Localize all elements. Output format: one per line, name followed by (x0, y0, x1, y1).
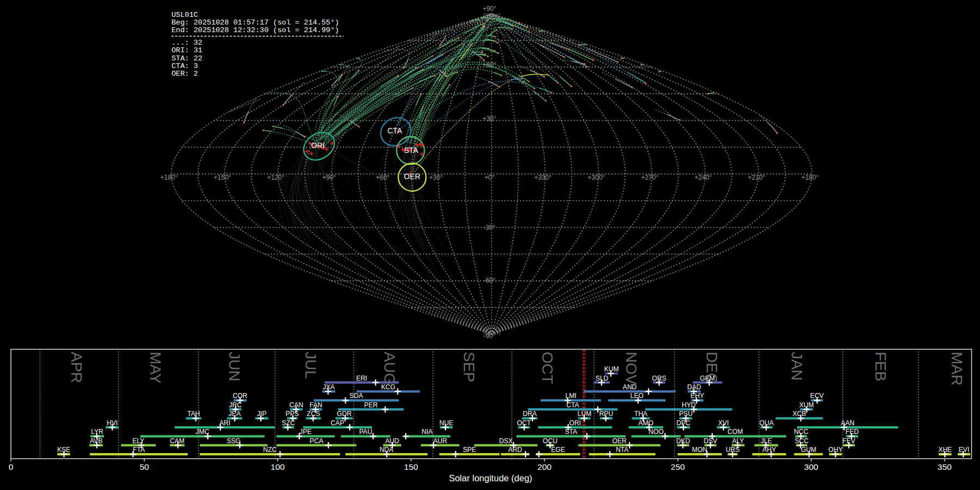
svg-text:DPC: DPC (677, 419, 691, 427)
svg-text:200: 200 (537, 462, 552, 471)
svg-text:NTA: NTA (616, 446, 629, 454)
svg-text:JMC: JMC (195, 428, 209, 436)
svg-text:OER: 2: OER: 2 (171, 70, 198, 78)
svg-text:150: 150 (404, 462, 418, 471)
svg-text:0: 0 (9, 462, 14, 471)
svg-text:COR: COR (232, 392, 247, 400)
svg-text:ORI: 31: ORI: 31 (171, 46, 203, 54)
svg-text:LUM: LUM (578, 410, 592, 418)
svg-text:LEO: LEO (630, 392, 644, 400)
svg-text:DSX: DSX (499, 437, 513, 445)
svg-text:URS: URS (726, 446, 740, 454)
svg-text:PER: PER (364, 401, 378, 409)
svg-text:OCT: OCT (517, 419, 531, 427)
svg-text:AUD: AUD (385, 437, 399, 445)
svg-text:GUM: GUM (801, 446, 816, 454)
svg-text:+180°: +180° (801, 174, 819, 181)
svg-text:PAU: PAU (359, 428, 372, 436)
svg-text:MAR: MAR (948, 352, 965, 385)
svg-text:RPU: RPU (599, 410, 614, 418)
svg-text:SCC: SCC (795, 437, 809, 445)
svg-text:JUL: JUL (302, 352, 319, 379)
svg-text:300: 300 (804, 462, 818, 471)
svg-text:+240°: +240° (694, 174, 712, 181)
svg-text:DAD: DAD (687, 383, 701, 391)
svg-text:SSG: SSG (226, 437, 241, 445)
svg-text:KCG: KCG (381, 383, 395, 391)
svg-text:DSV: DSV (704, 437, 718, 445)
svg-text:CTA: CTA (566, 401, 579, 409)
svg-text:OER: OER (404, 172, 420, 181)
svg-text:NZC: NZC (263, 446, 277, 454)
svg-text:ALY: ALY (732, 437, 744, 445)
svg-text:EHY: EHY (690, 392, 704, 400)
svg-text:NUE: NUE (439, 419, 454, 427)
svg-text:ORI: ORI (569, 419, 581, 427)
svg-text:100: 100 (271, 462, 285, 471)
svg-text:MON: MON (692, 446, 707, 454)
svg-text:-60°: -60° (483, 277, 495, 284)
svg-text:250: 250 (671, 462, 685, 471)
svg-text:ARD: ARD (509, 446, 523, 454)
svg-text:NCC: NCC (794, 428, 808, 436)
svg-text:+90°: +90° (322, 174, 336, 181)
svg-text:AUR: AUR (433, 437, 448, 445)
svg-text:JXA: JXA (323, 383, 335, 391)
svg-text:CTA: CTA (388, 126, 403, 135)
svg-text:AND: AND (623, 383, 637, 391)
svg-text:-90°: -90° (483, 332, 495, 340)
svg-text:NOV: NOV (623, 352, 640, 385)
svg-text:LYR: LYR (91, 428, 103, 436)
svg-text:STA: STA (404, 146, 419, 155)
svg-text:ORS: ORS (652, 375, 666, 382)
svg-text:+180°: +180° (160, 174, 177, 181)
svg-text:FED: FED (846, 428, 859, 436)
svg-text:AUG: AUG (381, 352, 398, 385)
svg-text:MAY: MAY (147, 352, 164, 384)
svg-text:EVI: EVI (959, 446, 970, 454)
svg-text:DKD: DKD (676, 437, 690, 445)
svg-text:JRC: JRC (229, 401, 242, 409)
svg-text:+300°: +300° (587, 174, 605, 181)
svg-text:FTA: FTA (133, 446, 145, 454)
svg-text:SDA: SDA (350, 392, 364, 400)
svg-text:GDR: GDR (337, 410, 352, 418)
svg-text:+120°: +120° (267, 174, 285, 181)
svg-text:THA: THA (634, 410, 648, 418)
svg-text:CAP: CAP (330, 419, 344, 427)
svg-text:SPE: SPE (463, 446, 476, 454)
svg-text:+330°: +330° (534, 174, 552, 181)
svg-text:DRA: DRA (523, 410, 537, 418)
svg-text:SLD: SLD (596, 375, 609, 382)
svg-text:XVI: XVI (718, 419, 729, 427)
svg-text:CAN: CAN (290, 401, 304, 409)
svg-text:OHY: OHY (828, 446, 842, 454)
svg-text:JEA: JEA (229, 410, 241, 418)
svg-text:ZCS: ZCS (307, 410, 320, 418)
svg-text:EGE: EGE (551, 446, 565, 454)
svg-text:COM: COM (727, 428, 743, 436)
svg-text:+30°: +30° (429, 174, 443, 181)
svg-text:JAN: JAN (788, 352, 805, 381)
svg-text:AVB: AVB (90, 437, 102, 445)
svg-text:XHE: XHE (939, 446, 952, 454)
svg-text:+90°: +90° (482, 5, 496, 13)
svg-text:FEV: FEV (842, 437, 855, 445)
svg-text:FAN: FAN (310, 401, 323, 409)
svg-text:XCB: XCB (793, 410, 806, 418)
svg-text:AMO: AMO (639, 419, 654, 427)
svg-text:QUA: QUA (759, 419, 774, 427)
svg-text:PSU: PSU (679, 410, 693, 418)
svg-text:...: 32: ...: 32 (171, 39, 203, 47)
svg-text:SEP: SEP (461, 352, 477, 382)
svg-text:APR: APR (68, 352, 85, 383)
svg-text:Beg: 20251028 01:57:17 (sol =: Beg: 20251028 01:57:17 (sol = 214.55°) (171, 19, 339, 27)
svg-text:CTA: 3: CTA: 3 (171, 62, 198, 70)
svg-text:OER: OER (612, 437, 627, 445)
svg-text:+150°: +150° (214, 174, 231, 181)
svg-text:+0°: +0° (485, 174, 495, 181)
svg-text:AHY: AHY (762, 446, 776, 454)
svg-text:PPS: PPS (286, 410, 299, 418)
svg-text:+210°: +210° (748, 174, 765, 181)
svg-text:TAH: TAH (187, 410, 200, 418)
